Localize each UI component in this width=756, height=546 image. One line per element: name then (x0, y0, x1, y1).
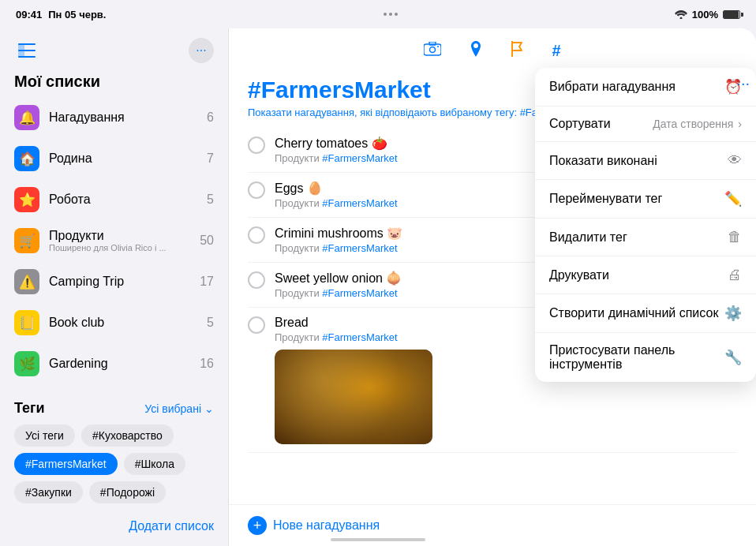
status-bar: 09:41 Пн 05 черв. 100% (0, 0, 756, 28)
list-icon-gardening: 🌿 (14, 351, 39, 376)
sidebar-toggle-icon (18, 43, 36, 58)
svg-point-8 (437, 46, 439, 47)
tags-chevron-icon[interactable]: ⌄ (204, 402, 214, 415)
sidebar-item-grocery[interactable]: 🛒 Продукти Поширено для Olivia Rico i ..… (8, 220, 220, 261)
svg-point-7 (430, 47, 436, 53)
list-name-grocery: Продукти Поширено для Olivia Rico i ... (49, 229, 200, 252)
dropdown-icon-smart-list: ⚙️ (724, 305, 742, 322)
list-name-family: Родина (49, 151, 207, 166)
tag-chip-school[interactable]: #Школа (124, 453, 185, 475)
dropdown-item-show-completed[interactable]: Показати виконані 👁 (535, 142, 756, 180)
tag-chip-travel[interactable]: #Подорожі (89, 481, 166, 503)
dropdown-item-delete-tag[interactable]: Видалити тег 🗑 (535, 219, 756, 256)
camera-icon (424, 42, 441, 56)
tag-chip-all[interactable]: Усі теги (14, 424, 75, 447)
svg-rect-4 (18, 56, 36, 58)
add-list-button[interactable]: Додати список (0, 510, 228, 546)
reminder-checkbox-1[interactable] (248, 136, 265, 154)
list-icon-grocery: 🛒 (14, 228, 39, 253)
status-center (384, 13, 398, 16)
sidebar-item-bookclub[interactable]: 📒 Book club 5 (8, 302, 220, 343)
toolbar-location-button[interactable] (466, 38, 485, 64)
sidebar-item-reminders[interactable]: 🔔 Нагадування 6 (8, 97, 220, 138)
reminder-tag-3[interactable]: #FarmersMarket (322, 242, 397, 254)
sidebar-item-camping[interactable]: ⚠️ Camping Trip 17 (8, 261, 220, 302)
status-indicators: 100% (675, 9, 740, 21)
dropdown-icon-rename-tag: ✏️ (724, 190, 742, 208)
reminder-checkbox-2[interactable] (248, 181, 265, 199)
app-container: ··· Мої списки 🔔 Нагадування 6 🏠 Родина … (0, 28, 756, 546)
list-count-family: 7 (207, 151, 214, 166)
dropdown-label-rename-tag: Перейменувати тег (549, 192, 662, 206)
sidebar-item-plants[interactable]: 🔧 Plants to get 4 (8, 384, 220, 391)
svg-rect-5 (424, 44, 441, 55)
reminder-tag-1[interactable]: #FarmersMarket (322, 152, 397, 164)
dropdown-close-button[interactable]: ··· (736, 74, 750, 92)
reminder-checkbox-3[interactable] (248, 226, 265, 244)
dropdown-icon-print: 🖨 (728, 267, 742, 283)
sidebar-header: ··· (0, 28, 228, 69)
list-icon-family: 🏠 (14, 146, 39, 171)
dropdown-item-customize[interactable]: Пристосувати панель інструментів 🔧 (535, 333, 756, 382)
dropdown-item-rename-tag[interactable]: Перейменувати тег ✏️ (535, 180, 756, 219)
dropdown-text-customize: Пристосувати панель інструментів (549, 343, 724, 372)
reminder-checkbox-5[interactable] (248, 316, 265, 334)
dropdown-item-smart-list[interactable]: Створити динамічний список ⚙️ (535, 294, 756, 333)
list-name-work: Робота (49, 193, 207, 207)
tag-chip-shopping[interactable]: #Закупки (14, 481, 83, 503)
svg-rect-2 (18, 43, 36, 45)
sidebar: ··· Мої списки 🔔 Нагадування 6 🏠 Родина … (0, 28, 229, 546)
list-count-grocery: 50 (200, 234, 214, 248)
list-icon-work: ⭐ (14, 187, 39, 212)
list-icon-bookclub: 📒 (14, 310, 39, 335)
tags-title: Теги (14, 400, 45, 417)
reminder-tag-4[interactable]: #FarmersMarket (322, 287, 397, 299)
battery-icon (723, 10, 740, 19)
list-count-bookclub: 5 (207, 316, 214, 330)
list-name-bookclub: Book club (49, 316, 207, 330)
sidebar-item-gardening[interactable]: 🌿 Gardening 16 (8, 343, 220, 384)
toolbar-hashtag-button[interactable]: # (548, 39, 563, 63)
list-count-gardening: 16 (200, 357, 214, 371)
svg-rect-6 (429, 42, 436, 45)
new-reminder-plus-icon: + (248, 516, 267, 535)
reminder-tag-2[interactable]: #FarmersMarket (322, 197, 397, 209)
toolbar-camera-button[interactable] (421, 39, 444, 63)
reminder-tag-5[interactable]: #FarmersMarket (322, 331, 397, 343)
dropdown-label-print: Друкувати (549, 268, 609, 282)
dropdown-item-print[interactable]: Друкувати 🖨 (535, 256, 756, 294)
list-count-reminders: 6 (207, 110, 214, 125)
subtitle-text: Показати нагадування, які відповідають в… (248, 107, 520, 118)
chevron-right-icon: › (738, 118, 742, 130)
sidebar-more-button[interactable]: ··· (189, 38, 214, 63)
flag-icon (511, 41, 523, 57)
tag-chip-farmersmarket[interactable]: #FarmersMarket (14, 453, 118, 475)
sidebar-list: 🔔 Нагадування 6 🏠 Родина 7 ⭐ Робота 5 🛒 … (0, 97, 228, 391)
date: Пн 05 черв. (48, 9, 106, 21)
time: 09:41 (16, 9, 42, 21)
sidebar-toggle-button[interactable] (14, 38, 39, 63)
dropdown-item-select-reminder[interactable]: Вибрати нагадування ⏰ (535, 68, 756, 107)
new-reminder-label: Нове нагадування (273, 518, 380, 533)
wifi-icon (675, 10, 687, 19)
tags-selected-label: Усі вибрані (144, 402, 201, 415)
sidebar-item-family[interactable]: 🏠 Родина 7 (8, 138, 220, 179)
dropdown-icon-show-completed: 👁 (728, 152, 742, 169)
svg-rect-3 (18, 50, 36, 51)
dropdown-label-sort: Сортувати (549, 117, 611, 131)
list-name-camping: Camping Trip (49, 275, 200, 289)
sidebar-item-work[interactable]: ⭐ Робота 5 (8, 179, 220, 220)
status-time: 09:41 Пн 05 черв. (16, 9, 106, 21)
new-reminder-button[interactable]: + Нове нагадування (229, 504, 756, 546)
location-icon (470, 41, 482, 57)
toolbar-flag-button[interactable] (507, 38, 526, 64)
dropdown-text-show-completed: Показати виконані (549, 154, 657, 168)
dropdown-sort-label: Дата створення (653, 118, 733, 130)
list-count-work: 5 (207, 193, 214, 207)
main-toolbar: # (229, 28, 756, 73)
list-name-reminders: Нагадування (49, 110, 207, 125)
dropdown-item-sort[interactable]: Сортувати Дата створення › (535, 107, 756, 142)
tag-chip-cooking[interactable]: #Куховарство (81, 424, 174, 447)
reminder-checkbox-4[interactable] (248, 271, 265, 289)
dropdown-icon-delete-tag: 🗑 (728, 229, 742, 245)
